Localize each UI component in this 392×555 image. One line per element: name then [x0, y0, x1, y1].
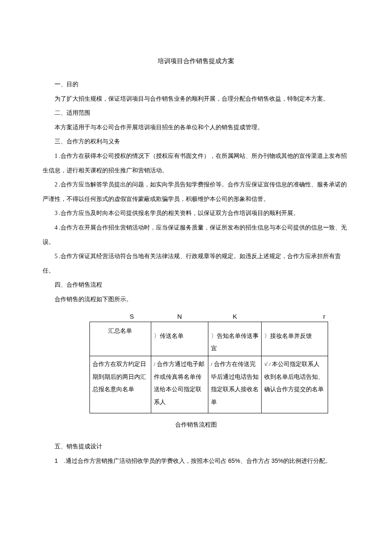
flow-step-1-desc: 合作方在双方约定日期到期后的两日内汇总报名意向名单 [90, 356, 151, 413]
section-2-para-1: 本方案适用于与本公司合作开展培训项目招生的各单位和个人的销售提成管理。 [43, 120, 349, 135]
flow-h-4: r [262, 312, 328, 322]
flow-table-wrap: S N K r 汇总名单 〉传送名单 〉告知名单传送事宜 〉接妆名单并反馈 合作… [89, 312, 328, 413]
s5-i1-pct-65: 65% [228, 457, 240, 464]
flow-step-4-desc: √ / 本公司指定联系人收到名单后电话告知、确认合作方提交的名单 [262, 356, 328, 413]
section-3-item-2: 2 .合作方应当解答学员提出的问题，如实向学员告知学费报价等。合作方应保证宣传信… [43, 177, 349, 206]
flow-step-1-title: 汇总名单 [90, 322, 151, 356]
document-title: 培训项目合作销售提成方案 [43, 53, 349, 69]
flow-step-2-desc: / 合作方通过电子邮件或传真将名单传送给本公司指定联系人 [151, 356, 208, 413]
s5-i1-pct-35: 35% [271, 457, 283, 464]
section-5-item-1: 1 .通过合作方营销推广活动招收学员的学费收入，按照本公司占 65%、合作方占 … [43, 454, 349, 468]
section-3-heading: 三、合作方的权利与义务 [43, 134, 349, 149]
section-2-heading: 二、适用范围 [43, 106, 349, 120]
flow-header-row: S N K r [90, 312, 328, 322]
flow-step-3-title: 〉告知名单传送事宜 [208, 322, 262, 356]
flow-title-row: 汇总名单 〉传送名单 〉告知名单传送事宜 〉接妆名单并反馈 [90, 322, 328, 356]
flow-h-2: N [151, 312, 208, 322]
section-3-item-3: 3 .合作方应当及时向本公司提供报名学员的相关资料，以保证双方合作培训项目的顺利… [43, 206, 349, 221]
section-4-para-1: 合作销售的流程如下图所示。 [43, 292, 349, 307]
s5-i1-part-c: 、合作方占 [240, 458, 272, 464]
flow-h-1: S [90, 312, 151, 322]
flow-table: S N K r 汇总名单 〉传送名单 〉告知名单传送事宜 〉接妆名单并反馈 合作… [89, 312, 328, 413]
section-4-heading: 四、合作销售流程 [43, 278, 349, 292]
section-1-heading: 一、目的 [43, 77, 349, 92]
flow-step-3-desc: / 合作方在传送完毕后通过电话告知指定联系人接收名单 [208, 356, 262, 413]
document-page: 培训项目合作销售提成方案 一、目的 为了扩大招生规模，保证培训项目与合作销售业务… [0, 0, 392, 555]
flow-desc-row: 合作方在双方约定日期到期后的两日内汇总报名意向名单 / 合作方通过电子邮件或传真… [90, 356, 328, 413]
flow-step-2-title: 〉传送名单 [151, 322, 208, 356]
flow-step-4-title: 〉接妆名单并反馈 [262, 322, 328, 356]
flow-table-caption: 合作销售流程图 [43, 418, 349, 432]
flow-h-3: K [208, 312, 262, 322]
s5-i1-part-a: 1 .通过合作方营销推广活动招收学员的学费收入，按照本公司占 [55, 457, 228, 464]
section-1-para-1: 为了扩大招生规模，保证培训项目与合作销售业务的顺利开展，合理分配合作销售收益，特… [43, 92, 349, 106]
section-3-item-4: 4 .合作方在开展合作招生营销活动时，应当保证服务质量，保证所发布的招生信息与本… [43, 221, 349, 249]
s5-i1-part-e: 的比例进行分配。 [283, 458, 331, 464]
section-3-item-1: 1 .合作方在获得本公司授权的情况下（授权应有书面文件），在所属网站、所办刊物或… [43, 149, 349, 177]
section-5-heading: 五、销售提成设计 [43, 439, 349, 454]
section-3-item-5: 5 .合作方保证其经营活动符合当地有关法律法规、行政规章等的规定。如违反上述规定… [43, 249, 349, 278]
